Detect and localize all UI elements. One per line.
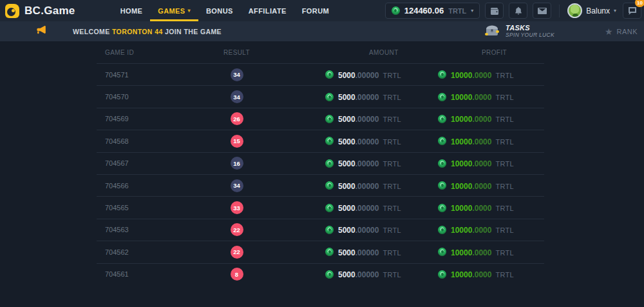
profit-value: 10000: [451, 137, 472, 146]
profit-currency: TRTL: [495, 271, 514, 279]
result-cell: 15: [193, 135, 280, 148]
notifications-button[interactable]: [509, 3, 527, 19]
balance-selector[interactable]: 124460.06 TRTL ▾: [385, 3, 480, 19]
amount-currency: TRTL: [383, 183, 401, 190]
table-header: GAME ID RESULT AMOUNT PROFIT: [97, 41, 544, 63]
trtl-coin-icon: [438, 204, 446, 212]
main-nav: HOME GAMES▾ BONUS AFFILIATE FORUM: [113, 0, 337, 21]
amount-cell: 5000.00000TRTL: [280, 113, 428, 124]
tasks-button[interactable]: TASKS SPIN YOUR LUCK: [484, 23, 554, 40]
profit-cell: 10000.0000TRTL: [428, 69, 544, 81]
amount-currency: TRTL: [383, 160, 401, 168]
bets-table: GAME ID RESULT AMOUNT PROFIT 704571 34 5…: [97, 41, 544, 285]
profit-currency: TRTL: [495, 115, 514, 123]
amount-cell: 5000.00000TRTL: [280, 135, 428, 147]
amount-currency: TRTL: [383, 138, 401, 146]
amount-value: 5000: [338, 270, 355, 279]
profit-currency: TRTL: [495, 94, 514, 101]
profit-decimals: .0000: [472, 137, 491, 146]
result-cell: 34: [193, 68, 280, 81]
amount-value: 5000: [338, 248, 355, 257]
messages-button[interactable]: [533, 3, 551, 19]
table-row[interactable]: 704570 34 5000.00000TRTL 10000.0000TRTL: [97, 85, 544, 107]
nav-item-games[interactable]: GAMES▾: [150, 0, 198, 21]
balance-currency: TRTL: [448, 7, 466, 15]
amount-decimals: .00000: [355, 248, 379, 257]
logo-text: BC.Game: [24, 5, 75, 17]
amount-cell: 5000.00000TRTL: [280, 180, 428, 192]
column-header-result: RESULT: [193, 49, 280, 56]
game-id: 704563: [97, 226, 193, 233]
trtl-coin-icon: [325, 204, 334, 212]
result-badge: 22: [231, 223, 243, 236]
amount-decimals: .00000: [355, 159, 379, 168]
amount-value: 5000: [338, 159, 355, 168]
amount-decimals: .00000: [355, 115, 379, 124]
profit-cell: 10000.0000TRTL: [428, 113, 544, 124]
trtl-coin-icon: [325, 115, 334, 123]
result-badge: 16: [231, 157, 243, 170]
trtl-coin-icon: [325, 181, 334, 190]
profit-cell: 10000.0000TRTL: [428, 202, 544, 213]
amount-currency: TRTL: [383, 249, 401, 257]
profit-decimals: .0000: [472, 270, 491, 279]
result-badge: 22: [231, 246, 243, 259]
result-badge: 34: [231, 68, 243, 81]
amount-value: 5000: [338, 93, 355, 102]
trtl-coin-icon: [438, 226, 446, 234]
table-row[interactable]: 704563 22 5000.00000TRTL 10000.0000TRTL: [97, 219, 544, 241]
megaphone-icon: [35, 25, 47, 37]
mail-icon: [538, 8, 547, 14]
trtl-coin-icon: [438, 70, 446, 79]
table-row[interactable]: 704568 15 5000.00000TRTL 10000.0000TRTL: [97, 130, 544, 152]
result-cell: 26: [193, 112, 280, 125]
amount-cell: 5000.00000TRTL: [280, 224, 428, 235]
table-row[interactable]: 704569 26 5000.00000TRTL 10000.0000TRTL: [97, 108, 544, 130]
table-row[interactable]: 704561 8 5000.00000TRTL 10000.0000TRTL: [97, 263, 544, 285]
amount-cell: 5000.00000TRTL: [280, 268, 428, 280]
amount-currency: TRTL: [383, 204, 401, 212]
amount-cell: 5000.00000TRTL: [280, 202, 428, 213]
rank-button[interactable]: ★ RANK: [605, 27, 638, 36]
profit-decimals: .0000: [472, 226, 491, 235]
nav-item-bonus[interactable]: BONUS: [198, 0, 241, 21]
amount-decimals: .00000: [355, 226, 379, 235]
result-cell: 22: [193, 246, 280, 259]
welcome-message: WELCOME TORONTON 44 JOIN THE GAME: [73, 28, 222, 35]
table-row[interactable]: 704565 33 5000.00000TRTL 10000.0000TRTL: [97, 196, 544, 218]
navbar-right: 124460.06 TRTL ▾ Balunx ▾ 10: [385, 0, 644, 21]
trtl-coin-icon: [325, 93, 334, 101]
avatar: [567, 3, 582, 18]
table-row[interactable]: 704566 34 5000.00000TRTL 10000.0000TRTL: [97, 174, 544, 196]
nav-item-home[interactable]: HOME: [113, 0, 151, 21]
result-cell: 8: [193, 268, 280, 281]
profit-decimals: .0000: [472, 248, 491, 257]
amount-decimals: .00000: [355, 71, 379, 80]
profit-decimals: .0000: [472, 159, 491, 168]
logo[interactable]: BC.Game: [5, 0, 82, 21]
table-row[interactable]: 704571 34 5000.00000TRTL 10000.0000TRTL: [97, 63, 544, 85]
game-id: 704566: [97, 182, 193, 190]
nav-item-affiliate[interactable]: AFFILIATE: [241, 0, 294, 21]
top-navbar: BC.Game HOME GAMES▾ BONUS AFFILIATE FORU…: [0, 0, 644, 21]
wallet-button[interactable]: [485, 3, 504, 19]
amount-value: 5000: [338, 182, 355, 191]
trtl-coin-icon: [325, 270, 334, 279]
table-row[interactable]: 704562 22 5000.00000TRTL 10000.0000TRTL: [97, 241, 544, 262]
wallet-icon: [490, 7, 499, 15]
result-badge: 15: [231, 135, 243, 148]
user-menu[interactable]: Balunx ▾: [567, 3, 616, 18]
table-body: 704571 34 5000.00000TRTL 10000.0000TRTL …: [97, 63, 544, 285]
game-id: 704571: [97, 71, 193, 79]
chat-button[interactable]: 10: [623, 3, 641, 19]
nav-item-forum[interactable]: FORUM: [294, 0, 337, 21]
amount-value: 5000: [338, 137, 355, 146]
rank-label: RANK: [616, 28, 638, 35]
profit-currency: TRTL: [495, 204, 514, 212]
table-row[interactable]: 704567 16 5000.00000TRTL 10000.0000TRTL: [97, 152, 544, 174]
trtl-coin-icon: [325, 226, 334, 234]
profit-value: 10000: [451, 159, 472, 168]
profit-decimals: .0000: [472, 71, 491, 80]
profit-cell: 10000.0000TRTL: [428, 224, 544, 235]
chevron-down-icon: ▾: [471, 8, 473, 14]
